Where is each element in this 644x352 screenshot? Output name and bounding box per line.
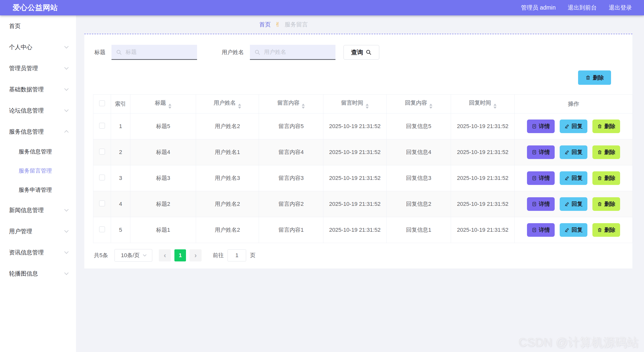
sort-icon[interactable] <box>494 104 497 109</box>
content-card: 标题 用户姓名 查询 删除 <box>84 34 632 268</box>
reply-button-label: 回复 <box>572 200 583 208</box>
trash-icon <box>585 75 591 80</box>
reply-button[interactable]: 回复 <box>560 120 587 133</box>
sidebar-item[interactable]: 服务留言管理 <box>0 161 76 180</box>
delete-button[interactable]: 删除 <box>592 120 620 133</box>
delete-button[interactable]: 删除 <box>592 171 620 185</box>
pencil-icon <box>564 150 570 155</box>
current-page-button[interactable]: 1 <box>174 249 186 261</box>
sidebar-item-label: 服务留言管理 <box>19 167 52 175</box>
detail-button[interactable]: 详情 <box>527 197 555 211</box>
row-checkbox[interactable] <box>99 226 105 232</box>
delete-button[interactable]: 删除 <box>592 223 620 237</box>
column-header[interactable]: 留言内容 <box>259 95 323 113</box>
reply-button[interactable]: 回复 <box>560 223 587 237</box>
sidebar-item-label: 资讯信息管理 <box>9 249 44 256</box>
cell-message-time: 2025-10-19 21:31:52 <box>323 139 387 165</box>
sort-icon[interactable] <box>238 104 241 109</box>
goto-page-input[interactable] <box>228 249 246 261</box>
cell-username: 用户姓名2 <box>196 217 259 243</box>
column-header[interactable]: 回复时间 <box>451 95 515 113</box>
reply-button[interactable]: 回复 <box>560 171 587 185</box>
breadcrumb-home-link[interactable]: 首页 <box>259 21 271 28</box>
column-header[interactable]: 用户姓名 <box>196 95 259 113</box>
sidebar-item[interactable]: 个人中心 <box>0 36 76 58</box>
page-size-select[interactable]: 10条/页 <box>115 249 152 262</box>
title-search-input[interactable] <box>111 45 197 60</box>
sort-icon[interactable] <box>302 104 305 109</box>
cell-reply-content: 回复信息1 <box>387 217 451 243</box>
detail-button[interactable]: 详情 <box>527 145 555 159</box>
cell-reply-content: 回复信息4 <box>387 139 451 165</box>
reply-button[interactable]: 回复 <box>560 197 587 211</box>
chevron-up-icon <box>64 130 69 134</box>
victory-hand-icon: ✌ <box>275 21 280 28</box>
sidebar-item[interactable]: 新闻信息管理 <box>0 200 76 221</box>
sidebar-item[interactable]: 基础数据管理 <box>0 79 76 100</box>
detail-button-label: 详情 <box>539 148 550 156</box>
sidebar-item[interactable]: 用户管理 <box>0 221 76 242</box>
document-icon <box>532 202 537 207</box>
logout-link[interactable]: 退出登录 <box>609 4 632 12</box>
select-all-checkbox[interactable] <box>99 100 105 106</box>
cell-reply-content: 回复信息2 <box>387 191 451 217</box>
table-wrap: 索引标题用户姓名留言内容留言时间回复内容回复时间操作 1 标题5 用户姓名2 留… <box>93 94 632 243</box>
sort-icon[interactable] <box>429 104 432 109</box>
delete-button[interactable]: 删除 <box>592 145 620 159</box>
exit-to-front-link[interactable]: 退出到前台 <box>568 4 597 12</box>
sidebar-item-label: 首页 <box>9 22 21 30</box>
cell-username: 用户姓名1 <box>196 139 259 165</box>
prev-page-button[interactable]: ‹ <box>159 249 171 261</box>
pencil-icon <box>564 227 570 232</box>
column-header[interactable]: 标题 <box>130 95 196 113</box>
sidebar-item-label: 用户管理 <box>9 227 32 235</box>
breadcrumb-current: 服务留言 <box>285 21 308 28</box>
table-row: 3 标题3 用户姓名3 留言内容3 2025-10-19 21:31:52 回复… <box>93 165 633 191</box>
messages-table: 索引标题用户姓名留言内容留言时间回复内容回复时间操作 1 标题5 用户姓名2 留… <box>93 94 633 243</box>
detail-button[interactable]: 详情 <box>527 171 555 185</box>
sidebar-item-label: 服务信息管理 <box>9 128 44 136</box>
sort-icon[interactable] <box>366 104 369 109</box>
cell-message-content: 留言内容3 <box>259 165 323 191</box>
sidebar-item[interactable]: 服务信息管理 <box>0 121 76 142</box>
select-all-header-cell <box>93 95 111 113</box>
row-check-cell <box>93 191 111 217</box>
column-header[interactable]: 留言时间 <box>323 95 387 113</box>
cell-reply-time: 2025-10-19 21:31:52 <box>451 113 515 139</box>
reply-button-label: 回复 <box>572 123 583 130</box>
sidebar-item[interactable]: 服务申请管理 <box>0 180 76 200</box>
cell-reply-content: 回复信息5 <box>387 113 451 139</box>
batch-delete-button[interactable]: 删除 <box>578 70 611 85</box>
sidebar-item[interactable]: 服务信息管理 <box>0 142 76 161</box>
detail-button[interactable]: 详情 <box>527 223 555 237</box>
row-checkbox[interactable] <box>99 175 105 180</box>
cell-actions: 详情 回复 删除 <box>515 139 633 165</box>
trash-icon <box>597 176 602 181</box>
sidebar-item[interactable]: 论坛信息管理 <box>0 100 76 121</box>
chevron-down-icon <box>64 228 69 233</box>
sidebar-item-label: 服务申请管理 <box>19 186 52 194</box>
cell-title: 标题3 <box>130 165 196 191</box>
admin-user-link[interactable]: 管理员 admin <box>521 4 556 12</box>
cell-title: 标题2 <box>130 191 196 217</box>
column-header[interactable]: 回复内容 <box>387 95 451 113</box>
detail-button[interactable]: 详情 <box>527 120 555 133</box>
row-checkbox[interactable] <box>99 123 105 129</box>
sidebar-item[interactable]: 首页 <box>0 15 76 36</box>
breadcrumb: 首页 ✌ 服务留言 <box>259 15 308 34</box>
sidebar-item[interactable]: 管理员管理 <box>0 58 76 79</box>
query-button[interactable]: 查询 <box>344 45 379 60</box>
row-checkbox[interactable] <box>99 149 105 154</box>
row-check-cell <box>93 139 111 165</box>
title-field-label: 标题 <box>94 49 105 56</box>
sidebar-item[interactable]: 轮播图信息 <box>0 263 76 284</box>
reply-button[interactable]: 回复 <box>560 145 587 159</box>
sort-icon[interactable] <box>168 104 171 109</box>
detail-button-label: 详情 <box>539 226 550 234</box>
username-search-input[interactable] <box>250 45 335 60</box>
delete-button[interactable]: 删除 <box>592 197 620 211</box>
pagination: 共5条 10条/页 ‹ 1 › 前往 页 <box>94 249 632 262</box>
sidebar-item[interactable]: 资讯信息管理 <box>0 242 76 263</box>
next-page-button[interactable]: › <box>190 249 202 261</box>
row-checkbox[interactable] <box>99 201 105 206</box>
